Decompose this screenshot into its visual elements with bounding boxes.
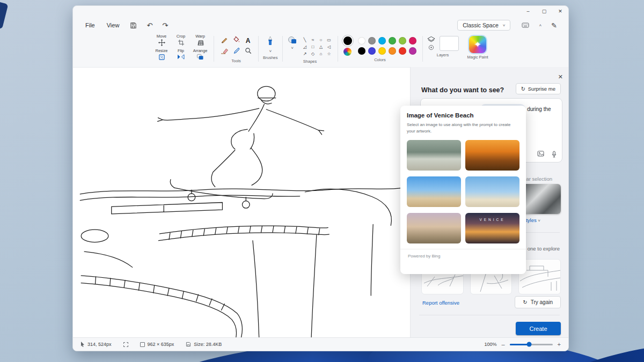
shape-option[interactable]: ≈: [312, 38, 314, 42]
resize-tool[interactable]: Resize: [152, 48, 171, 63]
text-tool[interactable]: A: [246, 37, 251, 45]
close-panel-icon[interactable]: ✕: [558, 73, 563, 80]
shape-option[interactable]: ☆: [327, 51, 331, 56]
shape-option[interactable]: ◁: [327, 45, 331, 49]
zoom-level: 100%: [484, 342, 496, 347]
magic-paint-button[interactable]: ✦ Magic Paint: [467, 34, 488, 60]
color-swatch[interactable]: [358, 47, 365, 55]
shape-fill-options[interactable]: ˅: [287, 34, 298, 57]
close-button[interactable]: ✕: [552, 6, 568, 17]
refresh-icon: ↻: [521, 86, 525, 92]
layer-thumbnail[interactable]: [440, 36, 459, 51]
popup-title: Image of Venice Beach: [407, 112, 519, 119]
chevron-down-icon: ˅: [538, 218, 540, 223]
redo-icon[interactable]: ↷: [158, 20, 172, 31]
venice-sign-text: VENICE: [465, 218, 519, 221]
eyedropper-tool[interactable]: [233, 47, 240, 56]
add-image-icon[interactable]: [537, 151, 544, 157]
shapes-group-label: Shapes: [303, 59, 317, 64]
dusk-palm-trees-photo[interactable]: [407, 213, 461, 243]
color-swatch[interactable]: [399, 47, 406, 55]
brushes-group[interactable]: ˅ Brushes: [263, 34, 278, 60]
collapse-ribbon-icon[interactable]: ˄: [535, 22, 545, 29]
pen-icon[interactable]: ✎: [547, 20, 561, 31]
save-icon[interactable]: [126, 21, 141, 30]
explore-section-label: one to explore: [528, 246, 560, 252]
keyboard-icon[interactable]: [518, 21, 533, 29]
surprise-me-button[interactable]: ↻ Surprise me: [516, 83, 561, 94]
warp-tool[interactable]: Warp: [191, 34, 209, 48]
flip-icon: [177, 54, 185, 60]
chevron-down-icon: ˅: [291, 46, 294, 50]
shape-option[interactable]: ⌂: [320, 51, 323, 56]
color-wheel-icon[interactable]: [343, 48, 352, 56]
color-swatch[interactable]: [399, 37, 406, 45]
color-swatch[interactable]: [409, 37, 416, 45]
shape-options-grid: ╲ ≈ ○ ▭ ◿ □ △ ◁ ↗ ◇ ⌂ ☆: [301, 36, 333, 57]
shape-option[interactable]: ◇: [311, 51, 314, 56]
crop-tool[interactable]: Crop: [172, 34, 190, 48]
microphone-icon[interactable]: [552, 151, 557, 158]
shape-option[interactable]: ▭: [327, 38, 331, 42]
maximize-button[interactable]: ▢: [536, 6, 552, 17]
eraser-tool[interactable]: [221, 47, 228, 56]
beachfront-buildings-photo[interactable]: [407, 176, 461, 207]
flip-tool[interactable]: Flip: [172, 48, 190, 63]
chevron-down-icon: ˅: [269, 49, 272, 54]
zoom-in-button[interactable]: +: [558, 341, 561, 348]
shape-option[interactable]: ○: [320, 38, 323, 42]
titlebar[interactable]: – ▢ ✕: [73, 6, 568, 18]
brushes-group-label: Brushes: [263, 55, 278, 60]
file-menu[interactable]: File: [80, 20, 100, 30]
menubar: File View ↶ ↷ Classic Space ˅ ˄ ✎: [73, 18, 568, 33]
undo-icon[interactable]: ↶: [143, 20, 156, 31]
try-again-button[interactable]: ↻ Try again: [515, 296, 561, 308]
shape-option[interactable]: △: [319, 45, 323, 49]
status-bar: 314, 524px 962 × 635px Size: 28.4KB 100%…: [73, 337, 568, 351]
drawing-canvas[interactable]: [73, 67, 410, 337]
pencil-tool[interactable]: [221, 36, 228, 46]
shape-option[interactable]: □: [312, 45, 314, 49]
zoom-out-button[interactable]: –: [501, 341, 504, 348]
color-palette: [357, 35, 418, 56]
report-offensive-link[interactable]: Report offensive: [422, 300, 459, 306]
current-color-swatch[interactable]: [342, 35, 353, 46]
style-theme-dropdown[interactable]: Classic Space ˅: [457, 20, 510, 31]
color-swatch[interactable]: [409, 47, 416, 55]
view-menu[interactable]: View: [102, 20, 125, 30]
move-tool[interactable]: Move: [152, 34, 171, 48]
create-button[interactable]: Create: [516, 322, 561, 335]
canvas-size-icon: [140, 342, 145, 347]
boardwalk-palm-trees-photo[interactable]: [407, 140, 461, 171]
zoom-slider-handle[interactable]: [526, 342, 531, 347]
minimize-button[interactable]: –: [520, 6, 536, 17]
color-swatch[interactable]: [368, 47, 376, 55]
sunset-skatepark-photo[interactable]: [465, 140, 519, 171]
fill-tool[interactable]: [232, 36, 240, 46]
powered-by-bing: Powered by Bing: [400, 249, 526, 263]
prompt-text: during the: [527, 106, 551, 112]
eyedropper-icon: [233, 47, 240, 54]
magnifier-tool[interactable]: [245, 47, 252, 56]
arrange-tool[interactable]: Arrange: [191, 48, 209, 63]
venice-sign-photo[interactable]: VENICE: [465, 213, 519, 243]
layers-icon[interactable]: [427, 36, 435, 42]
color-swatch[interactable]: [389, 37, 396, 45]
color-swatch[interactable]: [378, 37, 386, 45]
color-swatch[interactable]: [368, 37, 376, 45]
colors-group: Colors: [342, 34, 418, 62]
lifeguard-tower-photo[interactable]: [465, 176, 519, 207]
zoom-slider[interactable]: [510, 344, 553, 345]
shape-option[interactable]: ◿: [303, 45, 306, 49]
shape-option[interactable]: ↗: [303, 51, 307, 56]
shapes-group: ˅ ╲ ≈ ○ ▭ ◿ □ △ ◁ ↗ ◇ ⌂ ☆ Shapes: [287, 34, 333, 64]
magic-paint-label: Magic Paint: [467, 55, 488, 60]
sparkle-icon: ✦: [469, 36, 486, 53]
color-swatch[interactable]: [378, 47, 386, 55]
shape-option[interactable]: ╲: [304, 38, 306, 42]
color-swatch[interactable]: [389, 47, 396, 55]
zoom-controls: 100% – +: [484, 341, 561, 348]
target-icon[interactable]: [428, 45, 434, 50]
magic-paint-icon: ✦: [469, 36, 486, 53]
color-swatch[interactable]: [358, 37, 365, 45]
